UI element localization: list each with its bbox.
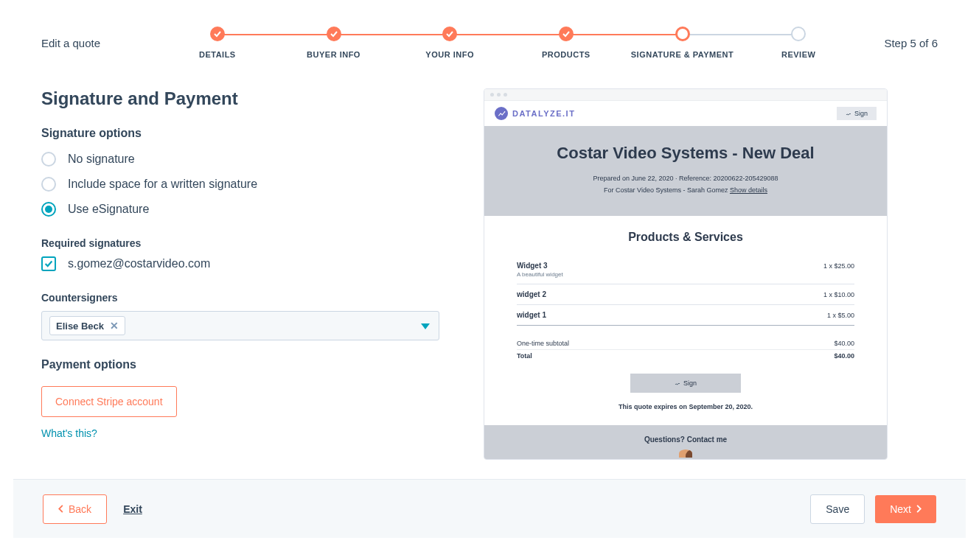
step-review[interactable]: REVIEW	[740, 27, 857, 59]
svg-marker-0	[421, 323, 430, 329]
next-button[interactable]: Next	[875, 495, 936, 523]
chevron-left-icon	[58, 505, 64, 513]
logo-icon	[495, 107, 508, 120]
footer-bar: Back Exit Save Next	[13, 479, 966, 538]
step-buyer-info[interactable]: BUYER INFO	[276, 27, 392, 59]
signature-icon	[846, 111, 851, 116]
page-title: Signature and Payment	[41, 88, 439, 109]
radio-esignature[interactable]: Use eSignature	[41, 202, 439, 217]
product-row: widget 21 x $10.00	[517, 284, 854, 305]
whats-this-link[interactable]: What's this?	[41, 427, 439, 439]
questions-label: Questions? Contact me	[484, 435, 887, 444]
remove-chip-icon[interactable]: ✕	[110, 320, 119, 332]
countersigners-select[interactable]: Elise Beck ✕	[41, 311, 439, 340]
radio-icon	[41, 177, 56, 192]
radio-written-signature[interactable]: Include space for a written signature	[41, 177, 439, 192]
required-signatures-label: Required signatures	[41, 237, 439, 249]
preview-expires: This quote expires on September 20, 2020…	[517, 403, 854, 410]
total-label: Total	[517, 352, 532, 360]
countersigners-label: Countersigners	[41, 292, 439, 304]
preview-title: Costar Video Systems - New Deal	[499, 144, 872, 163]
preview-chrome	[484, 89, 887, 101]
step-counter: Step 5 of 6	[857, 37, 938, 49]
dropdown-caret-icon	[421, 319, 430, 332]
avatar	[679, 449, 692, 458]
preview-sign-button-body: Sign	[630, 374, 741, 393]
subtotal-label: One-time subtotal	[517, 340, 569, 347]
preview-sign-button-top: Sign	[837, 107, 877, 120]
product-row: Widget 3A beautiful widget1 x $25.00	[517, 256, 854, 284]
payment-options-label: Payment options	[41, 358, 439, 371]
checkbox-icon	[41, 256, 56, 271]
brand-name: DATALYZE.IT	[512, 109, 575, 118]
preview-prepared: Prepared on June 22, 2020 · Reference: 2…	[499, 175, 872, 182]
products-heading: Products & Services	[517, 231, 854, 244]
edit-quote-label: Edit a quote	[41, 37, 159, 49]
product-row: widget 11 x $5.00	[517, 305, 854, 326]
subtotal-value: $40.00	[834, 340, 854, 347]
radio-label: Include space for a written signature	[68, 178, 257, 191]
chevron-right-icon	[916, 505, 921, 513]
countersigner-chip[interactable]: Elise Beck ✕	[49, 316, 125, 335]
back-button[interactable]: Back	[43, 494, 107, 524]
radio-icon	[41, 202, 56, 217]
svg-point-1	[504, 111, 505, 112]
radio-label: No signature	[68, 153, 135, 166]
radio-label: Use eSignature	[68, 203, 149, 216]
show-details-link: Show details	[730, 186, 767, 194]
signature-icon	[675, 380, 680, 386]
save-button[interactable]: Save	[810, 494, 865, 524]
quote-preview: DATALYZE.IT Sign Costar Video Systems - …	[484, 88, 888, 460]
stepper: DETAILSBUYER INFOYOUR INFOPRODUCTSSIGNAT…	[159, 18, 857, 59]
exit-link[interactable]: Exit	[123, 503, 142, 515]
step-your-info[interactable]: YOUR INFO	[391, 27, 508, 59]
chip-label: Elise Beck	[56, 321, 104, 332]
preview-logo: DATALYZE.IT	[495, 107, 575, 120]
required-signature-email: s.gomez@costarvideo.com	[68, 257, 210, 270]
radio-no-signature[interactable]: No signature	[41, 152, 439, 167]
step-signature-payment[interactable]: SIGNATURE & PAYMENT	[624, 27, 741, 59]
radio-icon	[41, 152, 56, 167]
connect-stripe-button[interactable]: Connect Stripe account	[41, 386, 177, 417]
signature-options-label: Signature options	[41, 127, 439, 140]
required-signature-checkbox[interactable]: s.gomez@costarvideo.com	[41, 256, 439, 271]
total-value: $40.00	[834, 352, 854, 360]
step-products[interactable]: PRODUCTS	[508, 27, 624, 59]
preview-for-line: For Costar Video Systems - Sarah Gomez S…	[499, 186, 872, 194]
step-details[interactable]: DETAILS	[159, 27, 276, 59]
